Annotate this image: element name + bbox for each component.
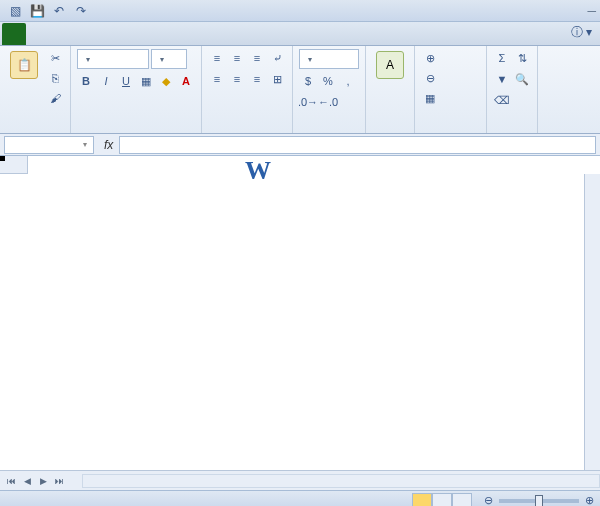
font-color-button[interactable]: A <box>177 72 195 90</box>
percent-icon[interactable]: % <box>319 72 337 90</box>
format-cells-icon[interactable]: ▦ <box>421 89 439 107</box>
find-icon[interactable]: 🔍 <box>513 70 531 88</box>
zoom-in-button[interactable]: ⊕ <box>585 494 594 506</box>
underline-button[interactable]: U <box>117 72 135 90</box>
cut-icon[interactable]: ✂ <box>46 49 64 67</box>
align-middle-icon[interactable]: ≡ <box>228 49 246 67</box>
formula-bar[interactable] <box>119 136 596 154</box>
ribbon: 📋 ✂ ⎘ 🖌 ▾ ▾ B I U ▦ ◆ A <box>0 46 600 134</box>
sheet-nav-last[interactable]: ⏭ <box>52 474 66 488</box>
wrap-text-icon[interactable]: ⤶ <box>268 49 286 67</box>
increase-decimal-icon[interactable]: .0→ <box>299 93 317 111</box>
name-box[interactable]: ▾ <box>4 136 94 154</box>
group-styles: A <box>366 46 415 133</box>
border-button[interactable]: ▦ <box>137 72 155 90</box>
align-center-icon[interactable]: ≡ <box>228 70 246 88</box>
sheet-tab-bar: ⏮ ◀ ▶ ⏭ <box>0 470 600 490</box>
group-cells: ⊕ ⊖ ▦ <box>415 46 487 133</box>
group-alignment: ≡ ≡ ≡ ⤶ ≡ ≡ ≡ ⊞ <box>202 46 293 133</box>
ribbon-tabs: ⓘ ▾ <box>0 22 600 46</box>
view-layout-button[interactable] <box>432 493 452 507</box>
decrease-decimal-icon[interactable]: ←.0 <box>319 93 337 111</box>
bold-button[interactable]: B <box>77 72 95 90</box>
group-font: ▾ ▾ B I U ▦ ◆ A <box>71 46 202 133</box>
comma-icon[interactable]: , <box>339 72 357 90</box>
align-left-icon[interactable]: ≡ <box>208 70 226 88</box>
zoom-out-button[interactable]: ⊖ <box>484 494 493 506</box>
delete-cells-icon[interactable]: ⊖ <box>421 69 439 87</box>
zoom-slider[interactable] <box>499 499 579 503</box>
file-tab[interactable] <box>2 23 26 45</box>
font-size-combo[interactable]: ▾ <box>151 49 187 69</box>
horizontal-scrollbar[interactable] <box>82 474 600 488</box>
redo-icon[interactable]: ↷ <box>72 2 90 20</box>
fill-handle[interactable] <box>0 156 5 161</box>
autosum-icon[interactable]: Σ <box>493 49 511 67</box>
group-clipboard: 📋 ✂ ⎘ 🖌 <box>0 46 71 133</box>
italic-button[interactable]: I <box>97 72 115 90</box>
clear-icon[interactable]: ⌫ <box>493 91 511 109</box>
vertical-scrollbar[interactable] <box>584 174 600 470</box>
excel-icon: ▧ <box>6 2 24 20</box>
insert-cells-icon[interactable]: ⊕ <box>421 49 439 67</box>
sheet-nav-next[interactable]: ▶ <box>36 474 50 488</box>
styles-button[interactable]: A <box>372 49 408 83</box>
status-bar: ⊖ ⊕ <box>0 490 600 506</box>
number-format-combo[interactable]: ▾ <box>299 49 359 69</box>
watermark-center: W <box>245 156 271 186</box>
copy-icon[interactable]: ⎘ <box>46 69 64 87</box>
sheet-nav-prev[interactable]: ◀ <box>20 474 34 488</box>
sort-icon[interactable]: ⇅ <box>513 49 531 67</box>
align-top-icon[interactable]: ≡ <box>208 49 226 67</box>
undo-icon[interactable]: ↶ <box>50 2 68 20</box>
title-bar: ▧ 💾 ↶ ↷ ─ <box>0 0 600 22</box>
save-icon[interactable]: 💾 <box>28 2 46 20</box>
view-normal-button[interactable] <box>412 493 432 507</box>
help-icon[interactable]: ⓘ ▾ <box>563 20 600 45</box>
minimize-icon[interactable]: ─ <box>587 4 596 18</box>
view-pagebreak-button[interactable] <box>452 493 472 507</box>
formula-bar-row: ▾ fx <box>0 134 600 156</box>
font-name-combo[interactable]: ▾ <box>77 49 149 69</box>
paste-icon: 📋 <box>10 51 38 79</box>
sheet-nav-first[interactable]: ⏮ <box>4 474 18 488</box>
fill-color-button[interactable]: ◆ <box>157 72 175 90</box>
fill-icon[interactable]: ▼ <box>493 70 511 88</box>
align-right-icon[interactable]: ≡ <box>248 70 266 88</box>
group-editing: Σ⇅ ▼🔍 ⌫ <box>487 46 538 133</box>
align-bottom-icon[interactable]: ≡ <box>248 49 266 67</box>
paste-button[interactable]: 📋 <box>6 49 42 83</box>
currency-icon[interactable]: $ <box>299 72 317 90</box>
format-painter-icon[interactable]: 🖌 <box>46 89 64 107</box>
spreadsheet-grid[interactable] <box>0 156 600 470</box>
fx-icon[interactable]: fx <box>104 138 113 152</box>
group-number: ▾ $ % , .0→ ←.0 <box>293 46 366 133</box>
merge-icon[interactable]: ⊞ <box>268 70 286 88</box>
styles-icon: A <box>376 51 404 79</box>
